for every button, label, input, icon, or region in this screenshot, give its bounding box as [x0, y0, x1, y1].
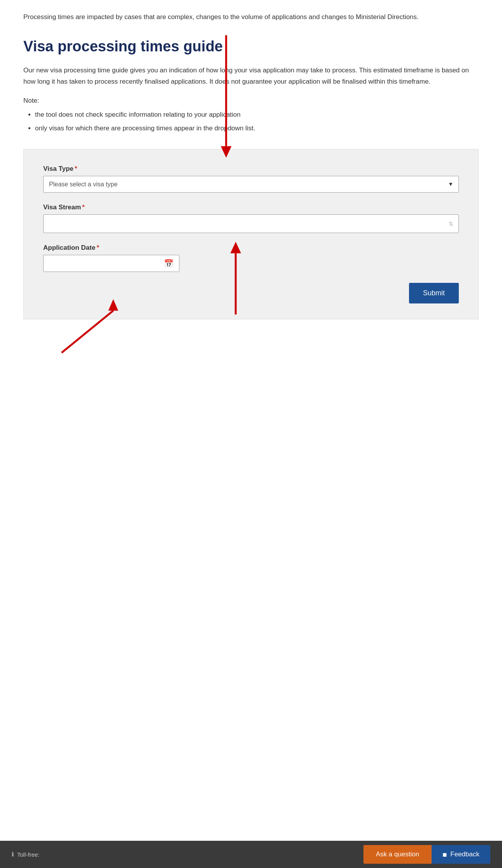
toll-free-text: Toll-free:: [17, 851, 40, 858]
info-icon: ℹ: [12, 851, 14, 858]
visa-type-select[interactable]: Please select a visa type: [43, 176, 459, 193]
visa-stream-label: Visa Stream*: [43, 203, 459, 211]
submit-row: Submit: [43, 283, 459, 303]
application-date-input[interactable]: [43, 255, 158, 272]
bottom-bar: ℹ Toll-free: Ask a question ◼ Feedback: [0, 841, 502, 868]
list-item: the tool does not check specific informa…: [35, 109, 479, 120]
visa-type-label: Visa Type*: [43, 165, 459, 173]
visa-type-select-wrapper: Please select a visa type ▼: [43, 176, 459, 193]
required-indicator: *: [82, 203, 85, 211]
list-item: only visas for which there are processin…: [35, 123, 479, 133]
visa-type-group: Visa Type* Please select a visa type ▼: [43, 165, 459, 193]
calendar-icon: 📅: [164, 259, 174, 268]
ask-question-button[interactable]: Ask a question: [363, 845, 432, 864]
submit-button[interactable]: Submit: [409, 283, 459, 303]
required-indicator: *: [97, 244, 99, 251]
bottom-left-section: ℹ Toll-free:: [12, 851, 40, 858]
visa-stream-select-wrapper: ⇅: [43, 214, 459, 233]
feedback-icon: ◼: [442, 851, 447, 857]
section-description: Our new visa processing time guide gives…: [23, 65, 479, 88]
date-input-wrapper: 📅: [43, 255, 179, 272]
form-container: Visa Type* Please select a visa type ▼ V…: [23, 149, 479, 319]
notes-list: the tool does not check specific informa…: [35, 109, 479, 133]
calendar-button[interactable]: 📅: [158, 255, 179, 272]
visa-stream-select[interactable]: [43, 214, 459, 233]
note-label: Note:: [23, 97, 479, 105]
required-indicator: *: [75, 165, 77, 172]
feedback-label: Feedback: [450, 850, 479, 858]
application-date-label: Application Date*: [43, 244, 459, 252]
section-title: Visa processing times guide: [23, 38, 479, 56]
feedback-button[interactable]: ◼ Feedback: [432, 845, 490, 864]
bottom-right-section: Ask a question ◼ Feedback: [363, 845, 490, 864]
visa-stream-group: Visa Stream* ⇅: [43, 203, 459, 233]
intro-text: Processing times are impacted by cases t…: [23, 12, 479, 22]
application-date-group: Application Date* 📅: [43, 244, 459, 272]
